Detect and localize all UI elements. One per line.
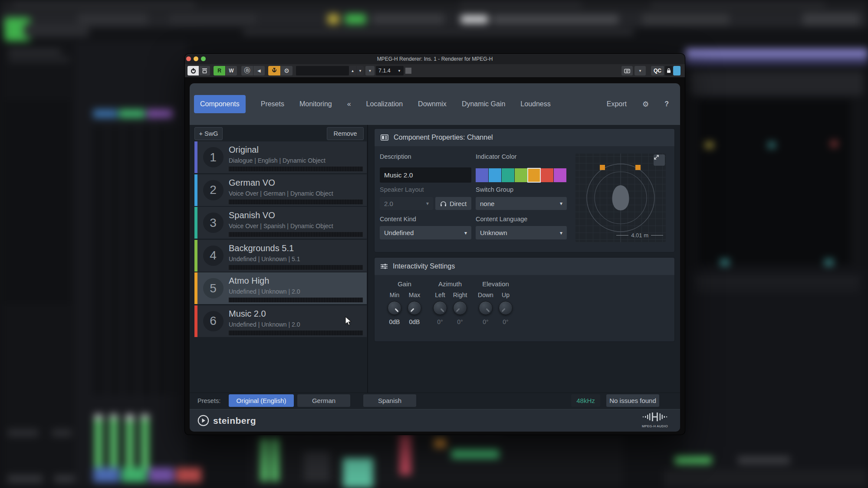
description-input[interactable]: Music 2.0 [380, 167, 471, 183]
mpegh-audio-icon [642, 412, 667, 422]
tab-monitoring[interactable]: Monitoring [299, 100, 332, 108]
channel-config-arrow-icon: ▼ [398, 69, 401, 73]
content-kind-select[interactable]: Undefined▾ [380, 226, 471, 239]
preset-name-field[interactable] [296, 66, 349, 75]
plugin-settings-button[interactable]: ⚙ [280, 66, 293, 75]
component-color-stripe [194, 141, 197, 173]
knob-value: 0dB [409, 318, 420, 325]
headphones-icon [440, 201, 447, 206]
plugin-panel: ComponentsPresetsMonitoring«Localization… [190, 83, 680, 432]
help-button[interactable]: ? [664, 100, 669, 108]
knob-azimuth-left[interactable] [433, 301, 447, 315]
component-name: Spanish VO [229, 210, 275, 220]
component-level-meter [229, 232, 363, 237]
window-titlebar: MPEG-H Renderer: Ins. 1 - Renderer for M… [185, 54, 685, 64]
chevron-down-icon: ▾ [426, 200, 429, 206]
color-swatch-4[interactable] [528, 168, 540, 182]
preset-button-original-english-[interactable]: Original (English) [229, 394, 294, 407]
description-label: Description [380, 153, 411, 160]
switch-group-select[interactable]: none▾ [476, 197, 567, 210]
preset-menu-button[interactable]: ▼ [365, 66, 375, 75]
lock-icon [667, 68, 671, 73]
channel-config-value: 7.1.4 [378, 68, 391, 74]
tab-loudness[interactable]: Loudness [520, 100, 550, 108]
color-swatch-0[interactable] [476, 168, 488, 182]
knob-group-elevation: ElevationDown0°Up0° [476, 280, 516, 325]
speaker-layout-select[interactable]: 2.0▾ [380, 197, 433, 210]
component-item-backgrounds-5-1[interactable]: 4Backgrounds 5.1Undefined | Unknown | 5.… [194, 240, 367, 272]
component-properties-header: Component Properties: Channel [375, 129, 674, 146]
expand-radar-button[interactable] [654, 154, 665, 166]
read-automation-button[interactable]: R [214, 66, 225, 75]
preset-prev-button[interactable]: ▲ [349, 66, 356, 75]
tab-downmix[interactable]: Downmix [418, 100, 447, 108]
color-swatch-3[interactable] [515, 168, 527, 182]
tab-collapse-button[interactable]: « [347, 100, 351, 108]
plugin-logo-button[interactable] [268, 66, 280, 75]
indicator-color-swatches [476, 168, 566, 182]
content-language-label: Content Language [476, 216, 527, 223]
preset-next-button[interactable]: ▼ [356, 66, 364, 75]
knob-azimuth-right[interactable] [453, 301, 467, 315]
knob-group-gain: GainMin0dBMax0dB [385, 280, 424, 325]
component-level-meter [229, 265, 363, 270]
component-item-music-2-0[interactable]: 6Music 2.0Undefined | Unknown | 2.0 [194, 305, 367, 337]
snapshot-button[interactable] [621, 66, 633, 75]
color-swatch-6[interactable] [554, 168, 566, 182]
sample-rate-badge: 48kHz [571, 394, 600, 407]
mouse-cursor [344, 316, 353, 326]
color-swatch-1[interactable] [489, 168, 501, 182]
preset-button-german[interactable]: German [297, 394, 350, 407]
knob-gain-min[interactable] [388, 301, 401, 315]
color-swatch-5[interactable] [541, 168, 553, 182]
preset-button-spanish[interactable]: Spanish [363, 394, 416, 407]
switch-group-value: none [480, 200, 494, 207]
position-radar: 4.01 m [575, 154, 666, 242]
steinberg-wordmark: steinberg [213, 416, 256, 426]
color-swatch-2[interactable] [502, 168, 514, 182]
content-language-select[interactable]: Unknown▾ [476, 226, 567, 239]
tab-presets[interactable]: Presets [261, 100, 284, 108]
lock-button[interactable] [665, 66, 673, 75]
component-color-stripe [194, 174, 197, 206]
component-item-spanish-vo[interactable]: 3Spanish VOVoice Over | Spanish | Dynami… [194, 207, 367, 239]
knob-elevation-up[interactable] [499, 301, 513, 315]
revert-button[interactable]: ◀ [253, 66, 265, 75]
channel-config-select[interactable]: 7.1.4 ▼ [376, 66, 404, 75]
tab-localization[interactable]: Localization [366, 100, 403, 108]
presets-label: Presets: [197, 397, 220, 404]
component-item-atmo-high[interactable]: 5Atmo HighUndefined | Unknown | 2.0 [194, 272, 367, 304]
component-meta: Dialogue | English | Dynamic Object [229, 157, 326, 164]
listener-head [612, 185, 629, 210]
snapshot-menu-button[interactable]: ▼ [635, 66, 646, 75]
tab-components[interactable]: Components [194, 95, 246, 113]
component-color-stripe [194, 240, 197, 272]
tab-dynamic-gain[interactable]: Dynamic Gain [462, 100, 505, 108]
speaker-right-dot [635, 165, 641, 170]
write-automation-button[interactable]: W [225, 66, 237, 75]
status-badge: No issues found [606, 394, 659, 407]
tab-export[interactable]: Export [607, 100, 627, 108]
properties-title: Component Properties: Channel [394, 134, 493, 141]
component-level-meter [229, 200, 363, 204]
direct-button[interactable]: Direct [435, 197, 471, 210]
knob-elevation-down[interactable] [479, 301, 493, 315]
knob-gain-max[interactable] [408, 301, 421, 315]
component-item-german-vo[interactable]: 2German VOVoice Over | German | Dynamic … [194, 174, 367, 206]
remove-component-button[interactable]: Remove [327, 127, 364, 140]
chevron-down-icon: ▾ [560, 200, 562, 206]
knob-value: 0° [503, 318, 508, 325]
bypass-button[interactable] [199, 66, 210, 75]
radar-distance: 4.01 m [616, 232, 663, 239]
toolbar-extra-button[interactable] [405, 68, 411, 74]
power-button[interactable] [187, 66, 199, 75]
qc-button[interactable]: QC [651, 66, 664, 75]
add-switch-group-button[interactable]: + SwG [194, 127, 223, 140]
tab-bar-left: ComponentsPresetsMonitoring«Localization… [190, 95, 551, 113]
group-label: Elevation [476, 280, 516, 291]
settings-gear-icon[interactable]: ⚙ [642, 100, 649, 109]
component-item-original[interactable]: 1OriginalDialogue | English | Dynamic Ob… [194, 141, 367, 173]
mpegh-audio-logo: MPEG-H AUDIO [639, 412, 671, 428]
focus-color-button[interactable] [673, 66, 681, 75]
ab-compare-button[interactable]: ⓐ [241, 66, 253, 75]
